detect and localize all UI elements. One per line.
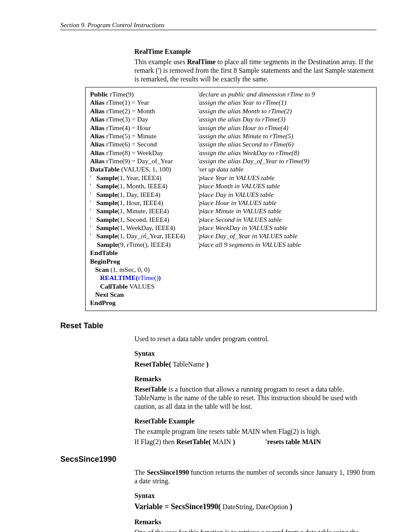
text: is a function that allows a running prog… xyxy=(134,386,357,410)
code-line: Public rTime(9)'declare as public and di… xyxy=(90,90,372,98)
code-line: BeginProg xyxy=(90,257,372,265)
reset-example-line1: The example program line resets table MA… xyxy=(134,427,377,436)
text: TableName xyxy=(171,361,206,368)
code-line: Alias rTime(8) = WeekDay'assign the alia… xyxy=(90,149,372,157)
text: ResetTable( xyxy=(134,360,171,368)
code-line: EndTable xyxy=(90,249,372,257)
secs-remarks: One of the uses for this function is to … xyxy=(134,528,377,532)
code-line: ' Sample(1, WeekDay, IEEE4)'place WeekDa… xyxy=(90,224,372,232)
code-example-box: Public rTime(9)'declare as public and di… xyxy=(85,87,377,311)
text: The xyxy=(134,469,147,476)
syntax-label: Syntax xyxy=(134,492,377,500)
text: ) xyxy=(290,502,293,511)
realtime-example-desc: This example uses RealTime to place all … xyxy=(134,58,377,84)
text: SecsSince1990 xyxy=(147,469,189,476)
code-line: ' Sample(1, Year, IEEE4)'place Year in V… xyxy=(90,174,372,182)
code-line: Alias rTime(2) = Month'assign the alias … xyxy=(90,107,372,115)
reset-example-title: ResetTable Example xyxy=(134,417,377,426)
code-line: Alias rTime(6) = Second'assign the alias… xyxy=(90,140,372,148)
code-line: Alias rTime(3) = Day'assign the alias Da… xyxy=(90,115,372,123)
text: ) xyxy=(206,360,209,368)
text: One of the uses for this function is to … xyxy=(134,529,358,532)
text: ResetTable xyxy=(134,386,167,393)
code-line: Scan (1, mSec, 0, 0) xyxy=(90,265,372,274)
secs-syntax: Variable = SecsSince1990( DateString, Da… xyxy=(134,502,377,512)
remarks-label: Remarks xyxy=(134,375,377,383)
secssince1990-heading: SecsSince1990 xyxy=(60,455,377,464)
reset-remarks: ResetTable is a function that allows a r… xyxy=(134,385,377,411)
code-line: ' Sample(1, Second, IEEE4)'place Second … xyxy=(90,215,372,224)
code-line: CallTable VALUES xyxy=(90,282,372,290)
code-line: Alias rTime(9) = Day_of_Year'assign the … xyxy=(90,157,372,165)
code-line: ' Sample(1, Hour, IEEE4)'place Hour in V… xyxy=(90,199,372,207)
code-line: ' Sample(1, Day_of_Year, IEEE4)'place Da… xyxy=(90,232,372,240)
text: RealTime xyxy=(187,58,215,65)
syntax-label: Syntax xyxy=(134,349,377,358)
reset-table-heading: Reset Table xyxy=(60,321,377,330)
realtime-example-title: RealTime Example xyxy=(134,47,377,56)
page-header: Section 9. Program Control Instructions xyxy=(60,22,377,30)
code-line: ' Sample(1, Month, IEEE4)'place Month in… xyxy=(90,182,372,190)
reset-intro: Used to reset a data table under program… xyxy=(134,335,377,343)
code-line: ' Sample(1, Minute, IEEE4)'place Minute … xyxy=(90,207,372,215)
code-line: Alias rTime(5) = Minute'assign the alias… xyxy=(90,132,372,140)
code-line: Sample(9, rTime(), IEEE4)'place all 9 se… xyxy=(90,240,372,249)
text: ResetTable( xyxy=(176,438,211,445)
remarks-label: Remarks xyxy=(134,518,377,526)
code-line: Alias rTime(1) = Year'assign the alias Y… xyxy=(90,98,372,106)
code-line: REALTIME(rTime()) xyxy=(90,274,372,282)
text: 'resets table MAIN xyxy=(265,438,321,445)
text: DateString, DateOption xyxy=(221,503,290,510)
text: If Flag(2) then xyxy=(134,438,176,445)
code-line: DataTable (VALUES, 1, 100)'set up data t… xyxy=(90,165,372,173)
code-line: ' Sample(1, Day, IEEE4)'place Day in VAL… xyxy=(90,190,372,199)
reset-syntax: ResetTable( TableName ) xyxy=(134,360,377,369)
text: This example uses xyxy=(134,58,187,65)
code-line: EndProg xyxy=(90,299,372,307)
code-line: Next Scan xyxy=(90,290,372,299)
code-line: Alias rTime(4) = Hour'assign the alias H… xyxy=(90,124,372,132)
text: Variable = SecsSince1990( xyxy=(134,502,221,511)
reset-example-line2: If Flag(2) then ResetTable( MAIN )'reset… xyxy=(134,438,377,446)
secs-intro: The SecsSince1990 function returns the n… xyxy=(134,468,377,485)
text: MAIN xyxy=(211,438,233,445)
text: ) xyxy=(233,438,235,445)
